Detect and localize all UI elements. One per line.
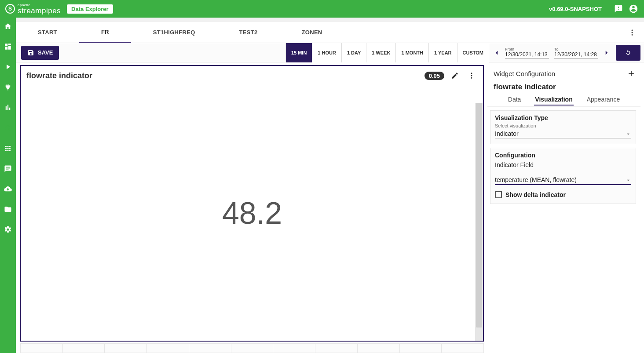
module-chip: Data Explorer: [67, 4, 113, 14]
brand-text: apache streampipes: [18, 4, 61, 15]
config-tab-visualization[interactable]: Visualization: [534, 94, 573, 106]
version-label: v0.69.0-SNAPSHOT: [549, 6, 602, 12]
nav-files-icon[interactable]: [3, 204, 13, 215]
viz-type-value: Indicator: [495, 130, 625, 137]
indicator-field-select[interactable]: temperature (MEAN, flowrate): [495, 176, 631, 185]
content-area: START FR ST1HIGHFREQ TEST2 ZONEN SAVE 15…: [16, 18, 644, 353]
widget-edit-icon[interactable]: [449, 69, 461, 82]
indicator-value: 48.2: [222, 196, 282, 231]
save-button[interactable]: SAVE: [21, 46, 59, 60]
views-tabs: START FR ST1HIGHFREQ TEST2 ZONEN: [16, 22, 644, 43]
brand-logo: S apache streampipes: [5, 4, 61, 15]
range-1month[interactable]: 1 MONTH: [395, 43, 428, 62]
widget-card: flowrate indicator 0.05 48.2: [20, 65, 484, 342]
chevron-down-icon: [625, 131, 631, 137]
svg-point-5: [471, 73, 472, 74]
save-icon: [27, 49, 34, 56]
config-panel: Widget Configuration flowrate indicator …: [487, 65, 640, 353]
chevron-down-icon: [625, 177, 631, 183]
viz-type-select[interactable]: Indicator: [495, 130, 631, 138]
toolbar: SAVE 15 MIN 1 HOUR 1 DAY 1 WEEK 1 MONTH …: [16, 43, 644, 62]
widget-timing-badge: 0.05: [424, 72, 444, 80]
top-bar: S apache streampipes Data Explorer v0.69…: [0, 0, 644, 18]
date-from-label: From: [505, 47, 549, 51]
tab-zonen[interactable]: ZONEN: [280, 22, 344, 43]
nav-chat-icon[interactable]: [3, 164, 13, 174]
range-1year[interactable]: 1 YEAR: [428, 43, 457, 62]
viz-type-box: Visualization Type Select visualization …: [490, 110, 636, 144]
indicator-field-value: temperature (MEAN, flowrate): [495, 176, 625, 183]
widget-more-icon[interactable]: [465, 69, 478, 82]
config-tab-data[interactable]: Data: [507, 94, 522, 106]
widget-zone: flowrate indicator 0.05 48.2: [20, 65, 484, 353]
nav-apps-icon[interactable]: [3, 143, 13, 154]
tab-test2[interactable]: TEST2: [217, 22, 280, 43]
date-to-value: 12/30/2021, 14:28: [554, 51, 598, 58]
viz-type-title: Visualization Type: [495, 114, 631, 121]
feedback-icon[interactable]: [613, 4, 624, 14]
config-tabs: Data Visualization Appearance: [487, 94, 640, 107]
widget-title: flowrate indicator: [26, 71, 92, 80]
checkbox-icon[interactable]: [495, 191, 502, 198]
timeline-grid: [20, 343, 484, 353]
config-header: Widget Configuration: [487, 65, 640, 82]
range-15min[interactable]: 15 MIN: [285, 43, 312, 62]
config-box: Configuration Indicator Field temperatur…: [490, 148, 636, 204]
svg-point-2: [632, 29, 633, 31]
indicator-field-label: Indicator Field: [495, 161, 631, 168]
add-widget-icon[interactable]: [626, 69, 636, 78]
date-to-label: To: [554, 47, 598, 51]
svg-point-6: [471, 75, 472, 76]
svg-line-1: [9, 129, 11, 131]
svg-point-4: [632, 34, 633, 35]
config-header-title: Widget Configuration: [494, 70, 555, 77]
date-from-value: 12/30/2021, 14:13: [505, 51, 549, 58]
tab-st1highfreq[interactable]: ST1HIGHFREQ: [131, 22, 217, 43]
nav-home-icon[interactable]: [3, 21, 13, 32]
config-box-title: Configuration: [495, 152, 631, 159]
range-custom[interactable]: CUSTOM: [457, 43, 489, 62]
tabs-more-icon[interactable]: [626, 29, 639, 36]
range-1day[interactable]: 1 DAY: [341, 43, 366, 62]
widget-scrollbar[interactable]: [475, 103, 483, 341]
nav-settings-icon[interactable]: [3, 224, 13, 235]
delta-checkbox-label: Show delta indicator: [505, 191, 566, 198]
logo-mark-icon: S: [5, 4, 15, 14]
svg-point-3: [632, 32, 633, 33]
date-prev-icon[interactable]: [491, 47, 502, 58]
widget-body: 48.2: [21, 85, 483, 341]
config-tab-appearance[interactable]: Appearance: [586, 94, 621, 106]
nav-pipelines-icon[interactable]: [3, 62, 13, 72]
left-nav: [0, 18, 16, 353]
main-area: flowrate indicator 0.05 48.2: [16, 62, 644, 353]
account-icon[interactable]: [628, 4, 639, 14]
config-widget-name-row: flowrate indicator: [487, 82, 640, 94]
widget-titlebar: flowrate indicator 0.05: [21, 66, 483, 85]
svg-point-7: [471, 77, 472, 79]
svg-point-0: [5, 126, 9, 130]
save-button-label: SAVE: [38, 49, 53, 56]
delta-checkbox-row[interactable]: Show delta indicator: [495, 191, 631, 198]
tab-fr[interactable]: FR: [79, 22, 131, 43]
nav-data-explorer-icon[interactable]: [3, 102, 13, 113]
date-to-field[interactable]: To 12/30/2021, 14:28: [554, 47, 598, 58]
nav-dashboard-icon[interactable]: [3, 41, 13, 52]
date-range-nav: From 12/30/2021, 14:13 To 12/30/2021, 14…: [489, 43, 614, 62]
tab-start[interactable]: START: [16, 22, 79, 43]
brand-large: streampipes: [18, 7, 61, 15]
refresh-button[interactable]: [616, 45, 640, 61]
refresh-icon: [624, 49, 632, 57]
nav-cloud-download-icon[interactable]: [3, 184, 13, 194]
nav-search-icon[interactable]: [3, 123, 13, 134]
range-1week[interactable]: 1 WEEK: [366, 43, 395, 62]
range-1hour[interactable]: 1 HOUR: [312, 43, 341, 62]
nav-connect-icon[interactable]: [3, 82, 13, 92]
date-next-icon[interactable]: [601, 47, 612, 58]
date-from-field[interactable]: From 12/30/2021, 14:13: [505, 47, 549, 58]
config-widget-name: flowrate indicator: [494, 83, 634, 91]
viz-type-hint: Select visualization: [495, 123, 631, 128]
